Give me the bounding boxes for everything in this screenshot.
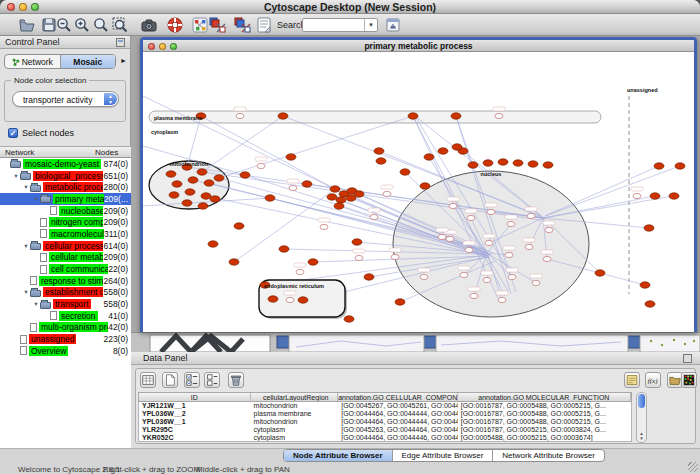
network-node[interactable] xyxy=(320,224,328,229)
network-node[interactable] xyxy=(498,297,506,302)
tree-row-establishment-of-lo[interactable]: ▼establishment of lo558(0) xyxy=(0,287,131,299)
expander-icon[interactable]: ▼ xyxy=(22,184,30,190)
background-window-icon[interactable] xyxy=(628,336,640,348)
table-row[interactable]: YKR052Ccytoplasm[GO:0044464, GO:0044446,… xyxy=(139,434,631,442)
tree-row-overview[interactable]: Overview8(0) xyxy=(0,345,131,357)
network-node[interactable] xyxy=(268,296,278,302)
tree-row-cellular-process[interactable]: ▼cellular process614(0) xyxy=(0,240,131,252)
network-node[interactable] xyxy=(446,236,454,241)
tab-node-attribute-browser[interactable]: Node Attribute Browser xyxy=(284,450,392,461)
select-attributes-button[interactable] xyxy=(184,372,200,388)
tab-network[interactable]: Network xyxy=(5,55,60,68)
network-node[interactable] xyxy=(169,192,179,198)
network-node[interactable] xyxy=(650,193,660,199)
network-node[interactable] xyxy=(470,293,478,298)
network-node[interactable] xyxy=(467,215,475,220)
network-node[interactable] xyxy=(528,161,538,167)
annotation-button[interactable] xyxy=(255,16,273,34)
network-node[interactable] xyxy=(669,193,679,199)
network-node[interactable] xyxy=(513,160,523,166)
network-node[interactable] xyxy=(395,299,405,305)
network-node[interactable] xyxy=(204,180,214,186)
network-node[interactable] xyxy=(487,209,495,214)
network-node[interactable] xyxy=(308,259,318,265)
network-node[interactable] xyxy=(391,254,399,259)
network-node[interactable] xyxy=(483,160,493,166)
network-node[interactable] xyxy=(296,269,304,274)
search-combobox[interactable]: ▼ xyxy=(302,18,378,32)
network-node[interactable] xyxy=(298,297,308,303)
annotation-note-button[interactable] xyxy=(624,372,640,388)
network-node[interactable] xyxy=(166,171,176,177)
scrollbar-arrows-icon[interactable]: ▲▼ xyxy=(638,431,645,441)
tree-row-primary-metabo[interactable]: ▼primary metabo209(... xyxy=(0,193,131,205)
network-node[interactable] xyxy=(400,169,410,175)
background-window-icon[interactable] xyxy=(277,336,289,348)
network-node[interactable] xyxy=(208,241,218,247)
network-node[interactable] xyxy=(355,255,363,260)
network-node[interactable] xyxy=(278,113,288,119)
network-node[interactable] xyxy=(483,277,491,282)
zoom-out-button[interactable] xyxy=(55,16,73,34)
network-node[interactable] xyxy=(364,274,374,280)
network-node[interactable] xyxy=(172,181,182,187)
attribute-table-button[interactable] xyxy=(140,372,156,388)
network-node[interactable] xyxy=(185,189,195,195)
network-node[interactable] xyxy=(465,247,473,252)
network-node[interactable] xyxy=(286,297,294,302)
network-node[interactable] xyxy=(229,259,239,265)
network-node[interactable] xyxy=(633,193,641,198)
table-column-header[interactable]: _cellularLayoutRegion xyxy=(251,393,339,401)
float-panel-icon[interactable] xyxy=(116,38,125,47)
network-node[interactable] xyxy=(334,203,344,209)
network-node[interactable] xyxy=(485,240,493,245)
search-input[interactable] xyxy=(304,20,364,30)
table-column-header[interactable]: annotation.GO CELLULAR_COMPONENT xyxy=(338,393,458,401)
expander-icon[interactable]: ▼ xyxy=(32,196,40,202)
table-row[interactable]: YJR121W__1mitochondrion[GO:0045267, GO:0… xyxy=(139,402,631,410)
network-node[interactable] xyxy=(302,181,312,187)
network-node[interactable] xyxy=(352,239,362,245)
select-nodes-checkbox[interactable]: ✓ xyxy=(8,128,18,138)
network-node[interactable] xyxy=(468,162,478,168)
tab-network-attribute-browser[interactable]: Network Attribute Browser xyxy=(492,450,603,461)
delete-attribute-button[interactable] xyxy=(228,372,244,388)
network-node[interactable] xyxy=(498,159,508,165)
network-node[interactable] xyxy=(330,186,340,192)
function-builder-button[interactable]: f(x) xyxy=(645,372,661,388)
zoom-in-button[interactable] xyxy=(73,16,91,34)
network-node[interactable] xyxy=(452,144,462,150)
table-row[interactable]: YPL036W__1mitochondrion[GO:0044464, GO:0… xyxy=(139,418,631,426)
create-network-button[interactable] xyxy=(191,16,209,34)
tab-edge-attribute-browser[interactable]: Edge Attribute Browser xyxy=(392,450,493,461)
network-node[interactable] xyxy=(420,274,428,279)
table-row[interactable]: YLR295Ccytoplasm[GO:0045263, GO:0044464,… xyxy=(139,426,631,434)
network-node[interactable] xyxy=(438,148,448,154)
network-node[interactable] xyxy=(197,169,207,175)
network-node[interactable] xyxy=(645,301,655,307)
network-node[interactable] xyxy=(383,191,391,196)
tab-mosaic[interactable]: Mosaic xyxy=(60,55,116,68)
tree-row-secretion[interactable]: secretion41(0) xyxy=(0,310,131,322)
network-view-titlebar[interactable]: primary metabolic process xyxy=(143,40,694,52)
expander-icon[interactable]: ▼ xyxy=(12,173,20,179)
network-node[interactable] xyxy=(344,316,354,322)
network-node[interactable] xyxy=(408,113,418,119)
tree-row-cell-communicat[interactable]: cell communicat22(0) xyxy=(0,263,131,275)
network-node[interactable] xyxy=(188,177,198,183)
network-node[interactable] xyxy=(182,200,192,206)
tree-row-unassigned[interactable]: unassigned223(0) xyxy=(0,333,131,345)
table-row[interactable]: YPL036W__2plasma membrane[GO:0044464, GO… xyxy=(139,410,631,418)
unselect-attributes-button[interactable] xyxy=(204,372,220,388)
network-node[interactable] xyxy=(201,193,211,199)
network-node[interactable] xyxy=(420,183,430,189)
import-network-button[interactable] xyxy=(384,16,402,34)
network-node[interactable] xyxy=(236,113,244,118)
table-column-header[interactable]: annotation.GO MOLECULAR_FUNCTION xyxy=(458,393,631,401)
network-node[interactable] xyxy=(507,221,515,226)
network-node[interactable] xyxy=(640,282,650,288)
tree-row-metabolic-process[interactable]: ▼metabolic process280(0) xyxy=(0,181,131,193)
network-node[interactable] xyxy=(286,154,296,160)
network-node[interactable] xyxy=(525,244,533,249)
tree-row-cellular-metabo[interactable]: cellular metabo209(0) xyxy=(0,252,131,264)
